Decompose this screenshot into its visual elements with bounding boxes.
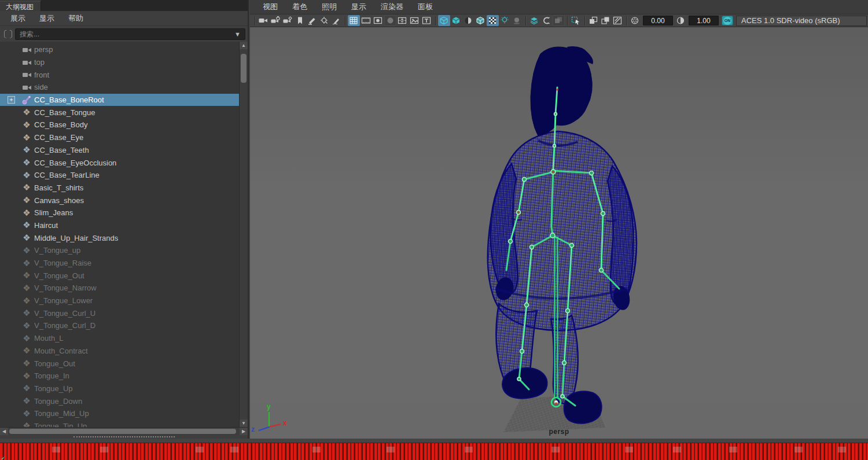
outliner-item-Tongue_Mid_Up[interactable]: ❖Tongue_Mid_Up (0, 407, 239, 420)
camera-lock-icon[interactable] (270, 15, 282, 26)
outliner-item-Canvas_shoes[interactable]: ❖Canvas_shoes (0, 194, 239, 207)
viewport-3d-view[interactable]: y x z persp (250, 27, 868, 439)
viewport-menu-lighting[interactable]: 照明 (315, 0, 344, 14)
image-plane-icon[interactable] (409, 15, 421, 26)
outliner-item-V_Tongue_Lower[interactable]: ❖V_Tongue_Lower (0, 295, 239, 307)
outliner-item-side[interactable]: side (0, 81, 239, 94)
outliner-item-Haircut[interactable]: ❖Haircut (0, 219, 239, 232)
resolution-gate-icon[interactable] (372, 15, 384, 26)
viewport-panel: 视图着色照明显示渲染器面板 0.001.00ONACES 1.0 SDR-vid… (250, 0, 868, 439)
scroll-up-icon[interactable]: ▲ (240, 42, 248, 49)
exposure-icon[interactable] (629, 15, 641, 26)
field-chart-icon[interactable] (396, 15, 409, 26)
outliner-item-persp[interactable]: persp (0, 43, 239, 56)
outliner-item-V_Tongue_Narrow[interactable]: ❖V_Tongue_Narrow (0, 282, 239, 295)
mesh-icon: ❖ (21, 108, 32, 116)
timeline-frame-smudge (312, 447, 321, 452)
wireframe-icon[interactable] (438, 15, 450, 26)
expand-icon[interactable]: + (8, 96, 15, 104)
camera-icon[interactable] (258, 15, 270, 26)
outliner-item-Tongue_In[interactable]: ❖Tongue_In (0, 370, 239, 382)
ssao-icon[interactable] (528, 15, 540, 26)
hscroll-track[interactable] (8, 428, 240, 435)
viewport-menu-renderer[interactable]: 渲染器 (374, 0, 411, 14)
outliner-item-CC_Base_TearLine[interactable]: ❖CC_Base_TearLine (0, 169, 239, 182)
outliner-item-Mouth_L[interactable]: ❖Mouth_L (0, 332, 239, 345)
vscroll-track[interactable] (240, 49, 248, 419)
smooth-shade-icon[interactable] (450, 15, 462, 26)
film-gate-icon[interactable] (360, 15, 372, 26)
time-slider[interactable] (0, 443, 868, 460)
outliner-menu-display[interactable]: 展示 (3, 12, 32, 25)
outliner-item-V_Tongue_Curl_D[interactable]: ❖V_Tongue_Curl_D (0, 319, 239, 332)
outliner-item-CC_Base_BoneRoot[interactable]: +CC_Base_BoneRoot (0, 94, 239, 106)
outliner-tab[interactable]: 大纲视图 (0, 1, 41, 11)
axis-gizmo: y x z (251, 403, 287, 433)
mesh-icon: ❖ (21, 171, 32, 179)
selection-highlight-icon[interactable] (570, 15, 582, 26)
viewport-menu-shading[interactable]: 着色 (285, 0, 315, 14)
outliner-item-top[interactable]: top (0, 56, 239, 69)
outliner-item-label: CC_Base_Teeth (34, 146, 89, 154)
scroll-right-icon[interactable]: ▶ (240, 428, 248, 435)
outliner-item-label: Slim_Jeans (34, 208, 73, 217)
scroll-left-icon[interactable]: ◀ (0, 428, 8, 435)
outliner-item-Tongue_Down[interactable]: ❖Tongue_Down (0, 395, 239, 407)
outliner-item-CC_Base_Body[interactable]: ❖CC_Base_Body (0, 119, 239, 131)
xray-icon[interactable] (612, 15, 624, 26)
exposure-field[interactable]: 0.00 (643, 16, 673, 25)
outliner-item-CC_Base_Eye[interactable]: ❖CC_Base_Eye (0, 131, 239, 144)
isolate-add-icon[interactable] (599, 15, 612, 26)
viewport-menu-show[interactable]: 显示 (344, 0, 374, 14)
wireframe-on-shaded-icon[interactable] (475, 15, 487, 26)
grease-pencil-edit-icon[interactable] (330, 15, 343, 26)
lights-icon[interactable] (499, 15, 511, 26)
outliner-item-label: front (34, 71, 49, 79)
isolate-select-icon[interactable] (587, 15, 599, 26)
outliner-item-Middle_Up_Hair_Strands[interactable]: ❖Middle_Up_Hair_Strands (0, 231, 239, 244)
viewport-menu-panels[interactable]: 面板 (411, 0, 440, 14)
bookmark-icon[interactable] (294, 15, 306, 26)
shadows-icon[interactable] (511, 15, 523, 26)
hscroll-thumb[interactable] (9, 429, 236, 434)
outliner-item-CC_Base_EyeOcclusion[interactable]: ❖CC_Base_EyeOcclusion (0, 156, 239, 169)
vscroll-thumb[interactable] (241, 54, 247, 83)
flat-shade-icon[interactable] (462, 15, 475, 26)
outliner-item-CC_Base_Tongue[interactable]: ❖CC_Base_Tongue (0, 106, 239, 119)
toolbar-separator (523, 16, 528, 25)
outliner-vscrollbar[interactable]: ▲ ▼ (239, 42, 248, 427)
grease-pencil-icon[interactable] (306, 15, 318, 26)
hud-icon[interactable] (421, 15, 433, 26)
mesh-icon: ❖ (21, 183, 32, 192)
textured-icon[interactable] (487, 15, 499, 26)
outliner-menu-show[interactable]: 显示 (32, 12, 61, 25)
outliner-item-Basic_T_shirts[interactable]: ❖Basic_T_shirts (0, 182, 239, 194)
outliner-item-front[interactable]: front (0, 68, 239, 81)
pan-zoom-icon[interactable] (318, 15, 330, 26)
filter-icon[interactable] (3, 29, 13, 39)
outliner-item-V_Tongue_Curl_U[interactable]: ❖V_Tongue_Curl_U (0, 307, 239, 319)
outliner-item-Tongue_Out[interactable]: ❖Tongue_Out (0, 357, 239, 370)
motion-blur-icon[interactable] (540, 15, 553, 26)
color-management-on-toggle[interactable]: ON (722, 16, 733, 25)
outliner-item-Tongue_Up[interactable]: ❖Tongue_Up (0, 382, 239, 395)
outliner-item-Tonque_Tip_Up[interactable]: ❖Tonque_Tip_Up (0, 420, 239, 427)
view-transform-field[interactable]: ACES 1.0 SDR-video (sRGB) (736, 16, 867, 26)
gamma-field[interactable]: 1.00 (689, 16, 719, 25)
grid-toggle-icon[interactable] (348, 15, 360, 26)
camera-attrs-icon[interactable] (282, 15, 294, 26)
gamma-icon[interactable] (675, 15, 687, 26)
scroll-down-icon[interactable]: ▼ (240, 419, 248, 427)
outliner-item-Slim_Jeans[interactable]: ❖Slim_Jeans (0, 207, 239, 219)
viewport-menu-view[interactable]: 视图 (256, 0, 285, 14)
outliner-hscrollbar[interactable]: ◀ ▶ (0, 427, 248, 435)
outliner-menu-help[interactable]: 帮助 (61, 12, 90, 25)
antialias-icon[interactable] (553, 15, 565, 26)
outliner-item-V_Tongue_up[interactable]: ❖V_Tongue_up (0, 244, 239, 257)
outliner-item-V_Tongue_Raise[interactable]: ❖V_Tongue_Raise (0, 257, 239, 270)
outliner-item-CC_Base_Teeth[interactable]: ❖CC_Base_Teeth (0, 144, 239, 157)
gate-mask-icon[interactable] (384, 15, 396, 26)
search-input[interactable] (15, 28, 245, 40)
outliner-item-Mouth_Contract[interactable]: ❖Mouth_Contract (0, 345, 239, 358)
outliner-item-V_Tongue_Out[interactable]: ❖V_Tongue_Out (0, 269, 239, 282)
